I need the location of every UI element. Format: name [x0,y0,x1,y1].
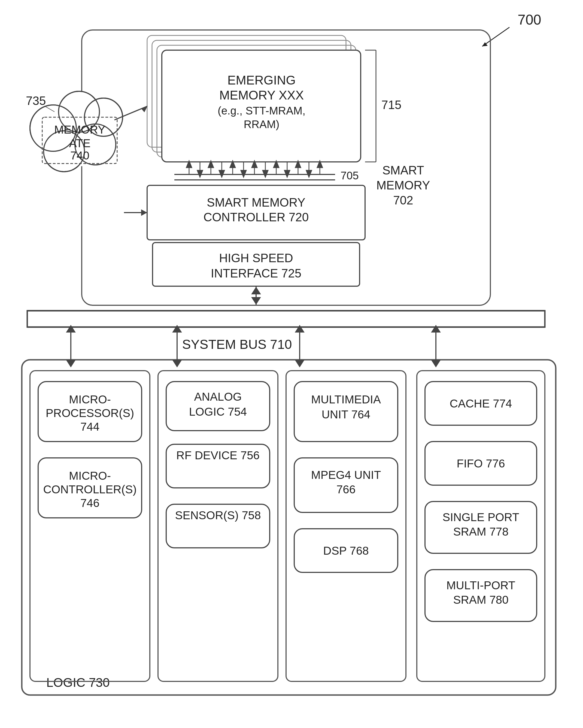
svg-text:PROCESSOR(S): PROCESSOR(S) [46,407,134,419]
svg-text:(e.g., STT-MRAM,: (e.g., STT-MRAM, [218,105,306,116]
svg-text:EMERGING: EMERGING [228,73,296,87]
svg-text:SRAM 780: SRAM 780 [453,593,508,606]
svg-text:MULTIMEDIA: MULTIMEDIA [311,393,381,406]
svg-text:SENSOR(S) 758: SENSOR(S) 758 [175,509,261,522]
svg-text:MEMORY: MEMORY [54,123,105,136]
svg-text:MPEG4 UNIT: MPEG4 UNIT [311,469,381,481]
svg-text:715: 715 [381,98,401,111]
svg-text:746: 746 [80,497,100,510]
svg-text:CACHE 774: CACHE 774 [450,397,512,410]
diagram-container: 700 SMART MEMORY 702 EMERGING MEMORY XXX… [0,0,583,728]
svg-text:ATE: ATE [69,137,91,150]
svg-text:LOGIC 754: LOGIC 754 [189,405,247,418]
logic-label: LOGIC 730 [46,675,110,690]
svg-text:MEMORY: MEMORY [376,179,430,192]
svg-text:HIGH SPEED: HIGH SPEED [219,251,293,265]
svg-text:CONTROLLER 720: CONTROLLER 720 [204,210,309,224]
svg-text:702: 702 [393,193,413,207]
svg-text:SINGLE PORT: SINGLE PORT [443,511,519,524]
svg-text:UNIT 764: UNIT 764 [322,408,371,421]
svg-text:MULTI-PORT: MULTI-PORT [447,579,515,592]
svg-text:INTERFACE 725: INTERFACE 725 [211,266,301,280]
svg-text:MICRO-: MICRO- [69,469,111,482]
svg-text:735: 735 [26,94,46,107]
svg-text:SRAM 778: SRAM 778 [453,525,508,538]
svg-text:CONTROLLER(S): CONTROLLER(S) [43,483,136,496]
smart-memory-label: SMART [382,163,424,177]
svg-text:766: 766 [337,483,355,496]
svg-text:MEMORY XXX: MEMORY XXX [219,88,304,102]
label-700: 700 [518,12,541,28]
svg-text:MICRO-: MICRO- [69,393,111,406]
svg-text:744: 744 [80,420,100,433]
svg-text:705: 705 [341,170,359,182]
system-bus-label: SYSTEM BUS 710 [182,337,292,352]
svg-text:ANALOG: ANALOG [194,390,242,403]
svg-text:RF DEVICE 756: RF DEVICE 756 [176,449,260,462]
svg-text:SMART MEMORY: SMART MEMORY [207,196,306,209]
svg-text:RRAM): RRAM) [243,118,279,130]
svg-text:FIFO 776: FIFO 776 [457,457,505,470]
svg-text:DSP 768: DSP 768 [323,544,369,557]
svg-text:740: 740 [70,149,89,162]
